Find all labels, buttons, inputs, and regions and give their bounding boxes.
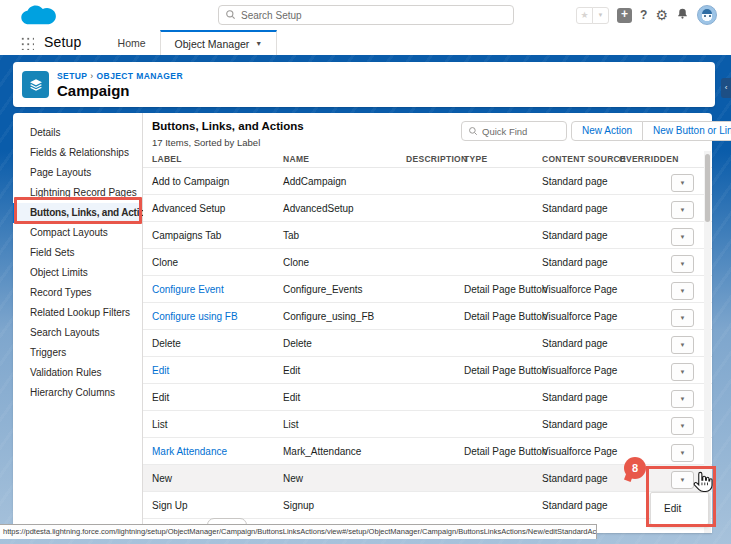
scrollbar-thumb[interactable] [705,154,710,222]
global-search[interactable] [218,5,514,25]
sidebar-item-details[interactable]: Details [13,123,142,143]
user-avatar[interactable] [697,5,717,25]
sidebar-item-fields-relationships[interactable]: Fields & Relationships [13,143,142,163]
sidebar-item-hierarchy-columns[interactable]: Hierarchy Columns [13,383,142,403]
row-dropdown-button[interactable]: ▼ [671,309,694,327]
breadcrumb-link[interactable]: OBJECT MANAGER [97,71,183,81]
table-row: CloneCloneStandard page▼ [143,249,712,276]
sidebar-item-record-types[interactable]: Record Types [13,283,142,303]
column-header: DESCRIPTION [406,154,464,164]
name-cell: List [283,419,406,430]
table-row: Configure using FBConfigure_using_FBDeta… [143,303,712,330]
favorites-star-icon[interactable]: ★ [576,7,593,24]
row-dropdown-button[interactable]: ▼ [671,282,694,300]
content-source-cell: Visualforce Page [542,446,619,457]
label-cell: New [152,473,283,484]
content-source-cell: Visualforce Page [542,311,619,322]
nav-tabs: HomeObject Manager▼ [104,30,278,55]
name-cell: AddCampaign [283,176,406,187]
table-row: Sign UpSignupStandard page▼ [143,492,712,519]
chevron-down-icon: ▼ [255,40,262,47]
search-icon [225,6,236,24]
new-action-button[interactable]: New Action [571,121,643,141]
row-dropdown-button[interactable]: ▼ [671,201,694,219]
list-title: Buttons, Links, and Actions [152,120,304,132]
label-cell[interactable]: Edit [152,365,283,376]
quick-find-input[interactable] [482,126,560,137]
row-dropdown-button[interactable]: ▼ [671,228,694,246]
collapse-panel-toggle[interactable]: ‹ [721,78,731,98]
label-cell: Delete [152,338,283,349]
label-cell: Campaigns Tab [152,230,283,241]
object-manager-card: DetailsFields & RelationshipsPage Layout… [13,113,712,533]
new-button-or-link-button[interactable]: New Button or Link [642,121,731,141]
setup-gear-icon[interactable]: ⚙ [655,8,668,22]
sidebar-item-triggers[interactable]: Triggers [13,343,142,363]
page-title: Campaign [57,82,183,99]
row-dropdown-button[interactable]: ▼ [671,417,694,435]
table-row: Campaigns TabTabStandard page▼ [143,222,712,249]
row-dropdown-button[interactable]: ▼ [671,255,694,273]
content-source-cell: Standard page [542,230,619,241]
list-subtitle: 17 Items, Sorted by Label [152,137,260,148]
table-row: EditEditDetail Page ButtonVisualforce Pa… [143,357,712,384]
sidebar-item-related-lookup-filters[interactable]: Related Lookup Filters [13,303,142,323]
sidebar-item-compact-layouts[interactable]: Compact Layouts [13,223,142,243]
label-cell[interactable]: Configure Event [152,284,283,295]
browser-status-bar: https://pdtesta.lightning.force.com/ligh… [0,524,597,539]
sidebar-item-field-sets[interactable]: Field Sets [13,243,142,263]
row-dropdown-button[interactable]: ▼ [671,174,694,192]
search-input[interactable] [241,10,507,21]
label-cell: Add to Campaign [152,176,283,187]
label-cell: Advanced Setup [152,203,283,214]
object-sidebar: DetailsFields & RelationshipsPage Layout… [13,113,143,533]
row-dropdown-button[interactable]: ▼ [671,444,694,462]
column-header: TYPE [464,154,542,164]
tab-label: Object Manager [175,38,250,50]
tab-label: Home [118,37,146,49]
table-row: Add to CampaignAddCampaignStandard page▼ [143,168,712,195]
sidebar-item-validation-rules[interactable]: Validation Rules [13,363,142,383]
name-cell: Clone [283,257,406,268]
app-launcher-icon[interactable] [20,36,34,50]
column-header: CONTENT SOURCE [542,154,619,164]
list-actions: New ActionNew Button or Link [571,121,731,141]
sidebar-item-page-layouts[interactable]: Page Layouts [13,163,142,183]
label-cell: Clone [152,257,283,268]
search-icon [468,122,478,140]
label-cell: List [152,419,283,430]
table-row: EditEditStandard page▼ [143,384,712,411]
content-source-cell: Standard page [542,338,619,349]
breadcrumb-link[interactable]: SETUP [57,71,87,81]
breadcrumb-separator: › [90,71,93,81]
favorites-dropdown-icon[interactable]: ▼ [592,7,609,24]
row-dropdown-button[interactable]: ▼ [671,363,694,381]
tab-object-manager[interactable]: Object Manager▼ [160,30,278,55]
name-cell: Configure_Events [283,284,406,295]
name-cell: Edit [283,365,406,376]
quick-find[interactable] [461,121,567,141]
column-header: LABEL [152,154,283,164]
table-row: DeleteDeleteStandard page▼ [143,330,712,357]
table-row: Advanced SetupAdvancedSetupStandard page… [143,195,712,222]
sidebar-item-search-layouts[interactable]: Search Layouts [13,323,142,343]
help-icon[interactable]: ? [640,8,647,22]
name-cell: Delete [283,338,406,349]
label-cell[interactable]: Mark Attendance [152,446,283,457]
global-add-icon[interactable]: + [617,8,632,23]
row-dropdown-button[interactable]: ▼ [671,390,694,408]
content-source-cell: Visualforce Page [542,365,619,376]
name-cell: New [283,473,406,484]
sidebar-item-object-limits[interactable]: Object Limits [13,263,142,283]
label-cell[interactable]: Configure using FB [152,311,283,322]
notifications-bell-icon[interactable] [676,6,689,24]
content-source-cell: Standard page [542,392,619,403]
content-source-cell: Standard page [542,176,619,187]
type-cell: Detail Page Button [464,446,542,457]
row-dropdown-button[interactable]: ▼ [671,336,694,354]
tab-home[interactable]: Home [104,30,160,55]
table-row: ListListStandard page▼ [143,411,712,438]
breadcrumb: SETUP›OBJECT MANAGER [57,71,183,81]
object-layers-icon [22,71,49,98]
table-header: LABELNAMEDESCRIPTIONTYPECONTENT SOURCEOV… [143,151,712,168]
